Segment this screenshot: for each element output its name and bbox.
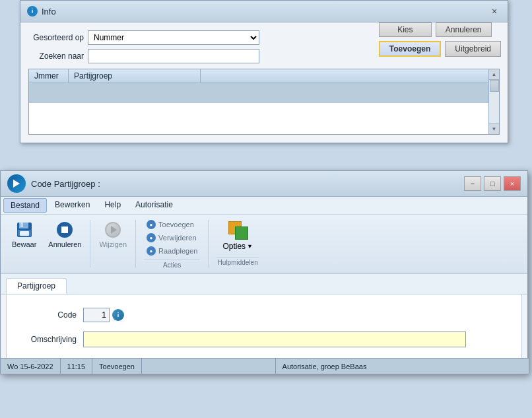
- app-icon: [7, 174, 26, 193]
- sort-label: Gesorteerd op: [28, 33, 88, 42]
- info-close-button[interactable]: ×: [488, 5, 501, 18]
- opties-group: Opties ▼ Hulpmiddelen: [211, 217, 264, 270]
- col-empty: [201, 69, 499, 83]
- bewaar-toolbar-btn[interactable]: Bewaar: [6, 217, 42, 270]
- info-btn-row-1: Kies Annuleren: [379, 22, 501, 37]
- scroll-up-btn[interactable]: ▲: [489, 69, 499, 80]
- tab-partijgroep[interactable]: Partijgroep: [6, 278, 67, 294]
- status-mode: Toevoegen: [92, 359, 142, 374]
- info-body: Gesorteerd op Nummer Zoeken naar Kies An…: [20, 22, 508, 143]
- info-button-group: Kies Annuleren Toevoegen Uitgebreid: [379, 22, 501, 57]
- opties-icon: [228, 222, 247, 240]
- status-empty: [142, 359, 276, 374]
- status-time: 11:15: [61, 359, 93, 374]
- toevoegen-small-icon: ●: [147, 220, 156, 229]
- omschrijving-field-row: Omschrijving: [17, 331, 511, 347]
- menu-bar: Bestand Bewerken Help Autorisatie: [1, 197, 527, 215]
- menu-bewerken[interactable]: Bewerken: [48, 198, 96, 213]
- sort-select[interactable]: Nummer: [88, 30, 259, 45]
- hulpmiddelen-section-label: Hulpmiddelen: [216, 257, 259, 266]
- bewaar-icon: [15, 221, 34, 239]
- omschrijving-label: Omschrijving: [17, 335, 83, 344]
- search-input[interactable]: [88, 49, 259, 63]
- info-table-body[interactable]: [29, 83, 499, 103]
- raadplegen-small-icon: ●: [147, 246, 156, 256]
- toevoegen-small-btn[interactable]: ● Toevoegen: [144, 219, 200, 230]
- wijzigen-toolbar-btn: Wijzigen: [93, 217, 133, 270]
- code-window: Code Partijgroep : − □ × Bestand Bewerke…: [0, 170, 528, 374]
- code-info-icon[interactable]: i: [112, 309, 124, 321]
- opties-toolbar-btn[interactable]: Opties ▼: [216, 219, 259, 254]
- wijzigen-icon: [104, 221, 122, 239]
- maximize-button[interactable]: □: [484, 176, 501, 191]
- toolbar-separator-2: [135, 220, 136, 267]
- toevoegen-button[interactable]: Toevoegen: [379, 41, 441, 57]
- verwijderen-small-btn[interactable]: ● Verwijderen: [144, 232, 200, 244]
- kies-button[interactable]: Kies: [379, 22, 432, 37]
- raadplegen-small-label: Raadplegen: [158, 247, 197, 255]
- info-scrollbar-thumb[interactable]: [490, 80, 499, 92]
- opties-dropdown-arrow[interactable]: ▼: [247, 243, 253, 250]
- uitgebreid-button[interactable]: Uitgebreid: [445, 41, 501, 57]
- annuleren-label: Annuleren: [48, 240, 81, 248]
- code-title-text: Code Partijgroep :: [31, 179, 100, 189]
- acties-btns: ● Toevoegen ● Verwijderen ● Raadplegen: [144, 219, 200, 257]
- bewaar-label: Bewaar: [12, 240, 36, 248]
- code-label: Code: [17, 310, 83, 320]
- info-scrollbar[interactable]: ▲ ▼: [488, 69, 499, 134]
- menu-autorisatie[interactable]: Autorisatie: [129, 198, 180, 213]
- menu-help[interactable]: Help: [98, 198, 127, 213]
- status-bar: Wo 15-6-2022 11:15 Toevoegen Autorisatie…: [1, 358, 529, 374]
- info-table: Jmmer Partijgroep ▲ ▼: [28, 69, 500, 135]
- scroll-down-btn[interactable]: ▼: [489, 123, 499, 134]
- acties-section-label: Acties: [144, 260, 200, 269]
- annuleren-button[interactable]: Annuleren: [436, 22, 492, 37]
- col-partijgroep: Partijgroep: [69, 69, 201, 83]
- menu-bestand[interactable]: Bestand: [3, 198, 47, 213]
- info-title-icon: i: [27, 6, 38, 17]
- svg-rect-5: [20, 231, 29, 236]
- info-table-header: Jmmer Partijgroep: [29, 69, 499, 83]
- status-autorisatie: Autorisatie, groep BeBaas: [276, 359, 529, 374]
- status-date: Wo 15-6-2022: [1, 359, 61, 374]
- info-title-text: Info: [42, 7, 56, 17]
- opties-label-row: Opties ▼: [222, 242, 253, 251]
- opties-label: Opties: [222, 242, 246, 251]
- toolbar: Bewaar Annuleren Wijzigen: [1, 215, 527, 274]
- code-input[interactable]: [83, 308, 110, 322]
- info-titlebar-left: i Info: [27, 6, 56, 17]
- info-window: i Info × Gesorteerd op Nummer Zoeken naa…: [20, 0, 508, 143]
- svg-marker-0: [13, 180, 20, 188]
- info-btn-row-2: Toevoegen Uitgebreid: [379, 41, 501, 57]
- verwijderen-small-label: Verwijderen: [158, 234, 196, 242]
- raadplegen-small-btn[interactable]: ● Raadplegen: [144, 245, 200, 257]
- svg-rect-3: [20, 223, 23, 227]
- code-titlebar: Code Partijgroep : − □ ×: [1, 171, 527, 197]
- toolbar-separator-3: [208, 220, 209, 267]
- verwijderen-small-icon: ●: [147, 233, 156, 242]
- search-label: Zoeken naar: [28, 52, 88, 61]
- close-button[interactable]: ×: [504, 176, 521, 191]
- minimize-button[interactable]: −: [464, 176, 481, 191]
- wijzigen-label: Wijzigen: [99, 240, 127, 248]
- toevoegen-small-label: Toevoegen: [158, 221, 194, 228]
- toolbar-separator-1: [90, 220, 90, 267]
- annuleren-toolbar-btn[interactable]: Annuleren: [42, 217, 87, 270]
- code-field-row: Code i: [17, 308, 511, 322]
- acties-group: ● Toevoegen ● Verwijderen ● Raadplegen A…: [139, 217, 205, 270]
- omschrijving-input[interactable]: [83, 331, 466, 347]
- code-titlebar-left: Code Partijgroep :: [7, 174, 100, 193]
- info-titlebar: i Info ×: [20, 1, 508, 22]
- opties-icon-block2: [235, 226, 248, 240]
- annuleren-icon: [55, 221, 74, 239]
- titlebar-controls: − □ ×: [464, 176, 521, 191]
- tab-area: Partijgroep: [1, 274, 527, 295]
- col-nummer: Jmmer: [29, 69, 69, 83]
